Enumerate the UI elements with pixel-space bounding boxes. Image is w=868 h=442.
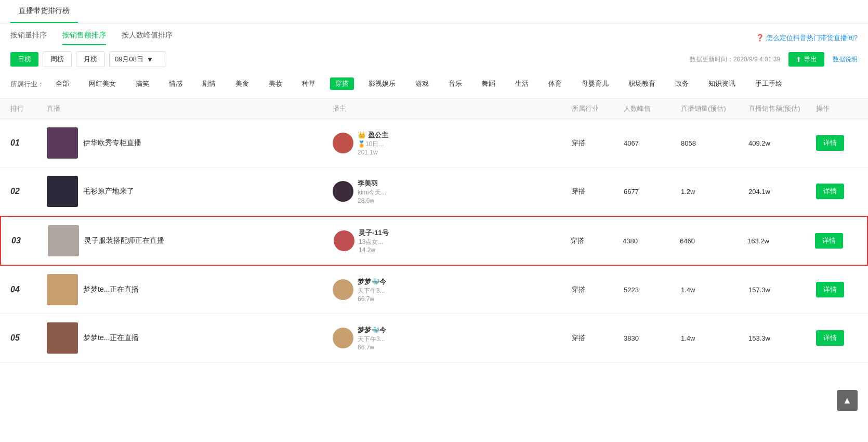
volume-01: 8058 bbox=[681, 139, 748, 147]
filter-tag-meishi[interactable]: 美食 bbox=[230, 77, 254, 90]
col-peak: 人数峰值 bbox=[624, 104, 681, 113]
peak-01: 4067 bbox=[624, 139, 681, 147]
live-title-04: 梦梦te...正在直播 bbox=[83, 285, 139, 294]
streamer-05: 梦梦🐳今 天下午3... 66.7w bbox=[333, 326, 572, 351]
streamer-badge-04: 天下午3... bbox=[358, 287, 386, 295]
filter-tag-wanghong[interactable]: 网红美女 bbox=[84, 77, 121, 90]
avatar-02 bbox=[333, 181, 353, 202]
streamer-badge-02: kimi今天... bbox=[358, 188, 386, 197]
date-select[interactable]: 09月08日 ▼ bbox=[109, 51, 166, 67]
chevron-down-icon: ▼ bbox=[147, 56, 153, 63]
sales-05: 153.3w bbox=[748, 334, 816, 342]
filter-tag-wudao[interactable]: 舞蹈 bbox=[477, 77, 501, 90]
streamer-fans-02: 28.6w bbox=[358, 197, 386, 204]
filter-bar: 所属行业： 全部 网红美女 搞笑 情感 剧情 美食 美妆 种草 穿搭 影视娱乐 … bbox=[0, 73, 868, 98]
industry-04: 穿搭 bbox=[572, 285, 624, 294]
filter-tag-muying[interactable]: 母婴育儿 bbox=[576, 77, 614, 90]
rank-02: 02 bbox=[10, 187, 47, 196]
action-03: 详情 bbox=[815, 233, 857, 249]
detail-btn-05[interactable]: 详情 bbox=[816, 330, 844, 346]
filter-tag-meizhuang[interactable]: 美妆 bbox=[264, 77, 287, 90]
action-04: 详情 bbox=[816, 282, 858, 297]
filter-tags: 全部 网红美女 搞笑 情感 剧情 美食 美妆 种草 穿搭 影视娱乐 游戏 音乐 … bbox=[50, 77, 787, 90]
streamer-name-05: 梦梦🐳今 bbox=[358, 326, 386, 335]
filter-tag-youxi[interactable]: 游戏 bbox=[410, 77, 434, 90]
rank-05: 05 bbox=[10, 333, 47, 343]
detail-btn-01[interactable]: 详情 bbox=[816, 135, 844, 151]
filter-tag-zhengwu[interactable]: 政务 bbox=[670, 77, 694, 90]
streamer-fans-03: 14.2w bbox=[359, 246, 389, 254]
data-desc-link[interactable]: 数据说明 bbox=[833, 55, 858, 64]
rank-03: 03 bbox=[11, 236, 48, 245]
filter-tag-zhongcao[interactable]: 种草 bbox=[297, 77, 321, 90]
industry-01: 穿搭 bbox=[572, 138, 624, 148]
volume-05: 1.4w bbox=[681, 334, 748, 342]
question-icon: ❓ bbox=[756, 34, 764, 42]
filter-tag-gaoxiao[interactable]: 搞笑 bbox=[130, 77, 154, 90]
peak-02: 6677 bbox=[624, 188, 681, 196]
peak-04: 5223 bbox=[624, 286, 681, 294]
live-info-02: 毛衫原产地来了 bbox=[47, 176, 333, 207]
filter-tag-qingai[interactable]: 情感 bbox=[164, 77, 188, 90]
filter-tag-all[interactable]: 全部 bbox=[50, 77, 74, 90]
table-row-highlighted: 03 灵子服装搭配师正在直播 灵子-11号 13点女... 14.2w 穿搭 4… bbox=[0, 216, 868, 266]
col-industry: 所属行业 bbox=[572, 104, 624, 113]
scroll-top-button[interactable]: ▲ bbox=[837, 390, 858, 411]
col-rank: 排行 bbox=[10, 104, 47, 113]
filter-tag-tiyu[interactable]: 体育 bbox=[543, 77, 567, 90]
volume-03: 6460 bbox=[680, 237, 747, 245]
sales-04: 157.3w bbox=[748, 286, 816, 294]
streamer-badge-01: 🏅10日... bbox=[358, 140, 388, 149]
streamer-name-01: 👑 盈公主 bbox=[358, 131, 388, 140]
avatar-03 bbox=[334, 230, 354, 251]
live-info-03: 灵子服装搭配师正在直播 bbox=[48, 225, 334, 256]
filter-tag-shenghuo[interactable]: 生活 bbox=[510, 77, 534, 90]
streamer-fans-05: 66.7w bbox=[358, 344, 386, 351]
top-tab-bar: 直播带货排行榜 bbox=[0, 0, 868, 23]
action-01: 详情 bbox=[816, 135, 858, 151]
live-title-03: 灵子服装搭配师正在直播 bbox=[84, 236, 164, 245]
time-left: 日榜 周榜 月榜 09月08日 ▼ bbox=[10, 51, 166, 67]
detail-btn-03[interactable]: 详情 bbox=[815, 233, 843, 249]
streamer-fans-04: 66.7w bbox=[358, 295, 386, 303]
sort-tab-sales[interactable]: 按销售额排序 bbox=[62, 31, 106, 45]
industry-03: 穿搭 bbox=[571, 236, 623, 245]
btn-month[interactable]: 月榜 bbox=[76, 51, 105, 67]
filter-tag-zhichang[interactable]: 职场教育 bbox=[623, 77, 661, 90]
page-wrapper: 直播带货排行榜 按销量排序 按销售额排序 按人数峰值排序 ❓ 怎么定位抖音热门带… bbox=[0, 0, 868, 442]
live-thumb-05 bbox=[47, 322, 78, 354]
arrow-up-icon: ▲ bbox=[843, 395, 852, 406]
detail-btn-04[interactable]: 详情 bbox=[816, 282, 844, 297]
filter-tag-yinyue[interactable]: 音乐 bbox=[443, 77, 467, 90]
streamer-fans-01: 201.1w bbox=[358, 149, 388, 156]
filter-tag-zhishi[interactable]: 知识资讯 bbox=[703, 77, 741, 90]
sales-03: 163.2w bbox=[747, 237, 815, 245]
live-thumb-01 bbox=[47, 127, 78, 159]
help-link[interactable]: ❓ 怎么定位抖音热门带货直播间? bbox=[756, 33, 858, 43]
btn-day[interactable]: 日榜 bbox=[10, 52, 38, 67]
filter-tag-chuanda[interactable]: 穿搭 bbox=[330, 77, 354, 90]
rank-04: 04 bbox=[10, 285, 47, 294]
export-button[interactable]: ⬆ 导出 bbox=[788, 52, 824, 67]
sort-tab-peak[interactable]: 按人数峰值排序 bbox=[122, 31, 173, 45]
streamer-name-03: 灵子-11号 bbox=[359, 228, 389, 238]
time-right: 数据更新时间：2020/9/9 4:01:39 ⬆ 导出 数据说明 bbox=[690, 52, 858, 67]
col-streamer: 播主 bbox=[333, 104, 572, 113]
table-row: 04 梦梦te...正在直播 梦梦🐳今 天下午3... 66.7w 穿搭 522… bbox=[0, 266, 868, 314]
sort-tab-volume[interactable]: 按销量排序 bbox=[10, 31, 47, 45]
streamer-badge-03: 13点女... bbox=[359, 238, 389, 246]
filter-tag-yingshi[interactable]: 影视娱乐 bbox=[363, 77, 401, 90]
top-tab-livestream[interactable]: 直播带货排行榜 bbox=[10, 0, 78, 23]
filter-label: 所属行业： bbox=[10, 77, 44, 89]
filter-tag-juqing[interactable]: 剧情 bbox=[197, 77, 221, 90]
industry-05: 穿搭 bbox=[572, 333, 624, 343]
action-05: 详情 bbox=[816, 330, 858, 346]
detail-btn-02[interactable]: 详情 bbox=[816, 184, 844, 199]
industry-02: 穿搭 bbox=[572, 187, 624, 196]
btn-week[interactable]: 周榜 bbox=[43, 51, 72, 67]
live-thumb-02 bbox=[47, 176, 78, 207]
sort-bar: 按销量排序 按销售额排序 按人数峰值排序 ❓ 怎么定位抖音热门带货直播间? bbox=[0, 23, 868, 45]
sales-02: 204.1w bbox=[748, 188, 816, 196]
rank-01: 01 bbox=[10, 138, 47, 148]
filter-tag-shougong[interactable]: 手工手绘 bbox=[750, 77, 787, 90]
